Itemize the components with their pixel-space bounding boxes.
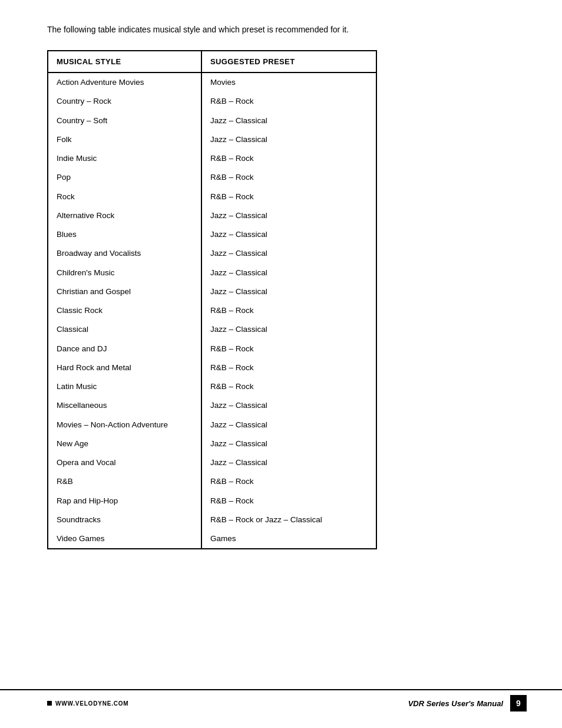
suggested-preset-cell: Jazz – Classical — [201, 416, 376, 434]
suggested-preset-cell: R&B – Rock — [201, 92, 376, 111]
table-row: RockR&B – Rock — [48, 187, 376, 206]
table-row: SoundtracksR&B – Rock or Jazz – Classica… — [48, 510, 376, 529]
music-style-table: MUSICAL STYLE SUGGESTED PRESET Action Ad… — [48, 51, 376, 548]
table-row: PopR&B – Rock — [48, 168, 376, 187]
table-row: New AgeJazz – Classical — [48, 434, 376, 453]
table-row: Opera and VocalJazz – Classical — [48, 453, 376, 472]
table-row: Alternative RockJazz – Classical — [48, 206, 376, 225]
musical-style-cell: Pop — [48, 168, 201, 187]
musical-style-cell: Rap and Hip-Hop — [48, 492, 201, 510]
suggested-preset-cell: Jazz – Classical — [201, 282, 376, 301]
table-row: Dance and DJR&B – Rock — [48, 340, 376, 358]
table-row: Video GamesGames — [48, 529, 376, 548]
musical-style-cell: Opera and Vocal — [48, 453, 201, 472]
suggested-preset-cell: R&B – Rock — [201, 149, 376, 168]
table-row: Rap and Hip-HopR&B – Rock — [48, 492, 376, 510]
suggested-preset-cell: R&B – Rock or Jazz – Classical — [201, 510, 376, 529]
musical-style-cell: Alternative Rock — [48, 206, 201, 225]
table-row: Classic RockR&B – Rock — [48, 301, 376, 320]
musical-style-cell: Indie Music — [48, 149, 201, 168]
musical-style-cell: Latin Music — [48, 377, 201, 396]
page-footer: WWW.VELODYNE.COM VDR Series User's Manua… — [0, 689, 562, 711]
table-row: Action Adventure MoviesMovies — [48, 73, 376, 92]
table-row: Country – SoftJazz – Classical — [48, 111, 376, 130]
footer-manual: VDR Series User's Manual — [408, 699, 503, 708]
music-table-wrapper: MUSICAL STYLE SUGGESTED PRESET Action Ad… — [47, 50, 377, 549]
musical-style-cell: Blues — [48, 225, 201, 244]
table-row: Country – RockR&B – Rock — [48, 92, 376, 111]
footer-page-number: 9 — [510, 695, 527, 711]
suggested-preset-cell: R&B – Rock — [201, 187, 376, 206]
musical-style-cell: Country – Soft — [48, 111, 201, 130]
table-row: Hard Rock and MetalR&B – Rock — [48, 358, 376, 377]
suggested-preset-cell: R&B – Rock — [201, 301, 376, 320]
suggested-preset-cell: Movies — [201, 73, 376, 92]
suggested-preset-cell: R&B – Rock — [201, 492, 376, 510]
suggested-preset-cell: Jazz – Classical — [201, 434, 376, 453]
musical-style-cell: Classic Rock — [48, 301, 201, 320]
table-row: FolkJazz – Classical — [48, 130, 376, 149]
table-row: MiscellaneousJazz – Classical — [48, 396, 376, 415]
table-row: ClassicalJazz – Classical — [48, 320, 376, 339]
table-row: Broadway and VocalistsJazz – Classical — [48, 244, 376, 263]
suggested-preset-cell: Games — [201, 529, 376, 548]
col2-header: SUGGESTED PRESET — [201, 51, 376, 73]
table-row: R&BR&B – Rock — [48, 472, 376, 491]
suggested-preset-cell: Jazz – Classical — [201, 320, 376, 339]
table-row: Indie MusicR&B – Rock — [48, 149, 376, 168]
intro-text: The following table indicates musical st… — [47, 24, 527, 36]
table-row: Movies – Non-Action AdventureJazz – Clas… — [48, 416, 376, 434]
musical-style-cell: Rock — [48, 187, 201, 206]
footer-square-icon — [47, 701, 52, 706]
musical-style-cell: Classical — [48, 320, 201, 339]
musical-style-cell: Video Games — [48, 529, 201, 548]
table-row: Christian and GospelJazz – Classical — [48, 282, 376, 301]
suggested-preset-cell: R&B – Rock — [201, 358, 376, 377]
suggested-preset-cell: Jazz – Classical — [201, 263, 376, 282]
musical-style-cell: Children's Music — [48, 263, 201, 282]
suggested-preset-cell: Jazz – Classical — [201, 130, 376, 149]
suggested-preset-cell: R&B – Rock — [201, 472, 376, 491]
musical-style-cell: Soundtracks — [48, 510, 201, 529]
footer-right: VDR Series User's Manual 9 — [408, 695, 527, 711]
musical-style-cell: New Age — [48, 434, 201, 453]
suggested-preset-cell: Jazz – Classical — [201, 453, 376, 472]
suggested-preset-cell: R&B – Rock — [201, 340, 376, 358]
table-row: Children's MusicJazz – Classical — [48, 263, 376, 282]
musical-style-cell: R&B — [48, 472, 201, 491]
musical-style-cell: Miscellaneous — [48, 396, 201, 415]
suggested-preset-cell: Jazz – Classical — [201, 206, 376, 225]
suggested-preset-cell: R&B – Rock — [201, 377, 376, 396]
musical-style-cell: Hard Rock and Metal — [48, 358, 201, 377]
footer-left: WWW.VELODYNE.COM — [47, 700, 128, 707]
suggested-preset-cell: R&B – Rock — [201, 168, 376, 187]
table-row: Latin MusicR&B – Rock — [48, 377, 376, 396]
suggested-preset-cell: Jazz – Classical — [201, 396, 376, 415]
suggested-preset-cell: Jazz – Classical — [201, 244, 376, 263]
suggested-preset-cell: Jazz – Classical — [201, 111, 376, 130]
col1-header: MUSICAL STYLE — [48, 51, 201, 73]
musical-style-cell: Folk — [48, 130, 201, 149]
musical-style-cell: Country – Rock — [48, 92, 201, 111]
musical-style-cell: Movies – Non-Action Adventure — [48, 416, 201, 434]
musical-style-cell: Action Adventure Movies — [48, 73, 201, 92]
musical-style-cell: Christian and Gospel — [48, 282, 201, 301]
suggested-preset-cell: Jazz – Classical — [201, 225, 376, 244]
musical-style-cell: Broadway and Vocalists — [48, 244, 201, 263]
musical-style-cell: Dance and DJ — [48, 340, 201, 358]
table-row: BluesJazz – Classical — [48, 225, 376, 244]
footer-website: WWW.VELODYNE.COM — [55, 700, 128, 707]
page-content: The following table indicates musical st… — [0, 0, 562, 585]
